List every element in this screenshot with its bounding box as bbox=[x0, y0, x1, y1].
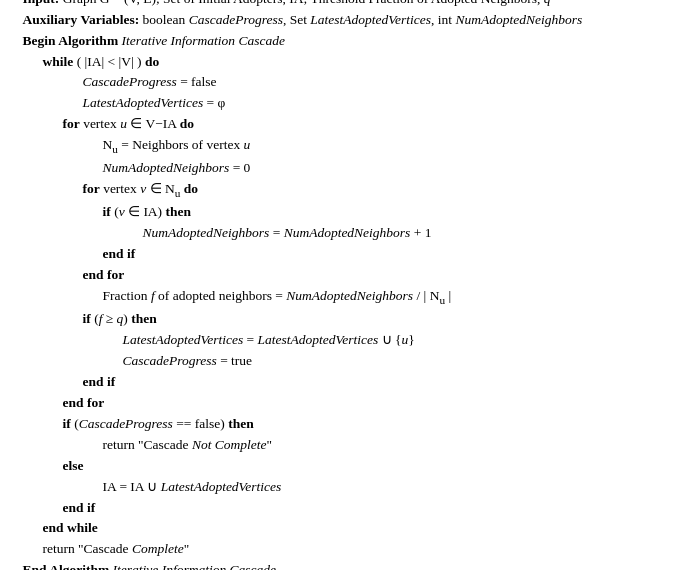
fraction-line: Fraction f of adopted neighbors = NumAdo… bbox=[23, 286, 663, 309]
latest-phi-assign: = φ bbox=[207, 95, 226, 110]
end-line: End Algorithm Iterative Information Casc… bbox=[23, 560, 663, 570]
auxiliary-text: boolean CascadeProgress, Set LatestAdopt… bbox=[143, 12, 583, 27]
auxiliary-line: Auxiliary Variables: boolean CascadeProg… bbox=[23, 10, 663, 31]
end-for-v-line: end for bbox=[23, 265, 663, 286]
cascade-progress-var: CascadeProgress bbox=[83, 74, 177, 89]
if-v-condition: (v ∈ IA) then bbox=[114, 204, 191, 219]
fraction-text: Fraction f of adopted neighbors = NumAdo… bbox=[103, 288, 452, 303]
input-text: Graph G = (V, E); Set of Initial Adopter… bbox=[63, 0, 551, 6]
if-v-line: if (v ∈ IA) then bbox=[23, 202, 663, 223]
cascade-false-line: CascadeProgress = false bbox=[23, 72, 663, 93]
if-cascade-condition: (CascadeProgress == false) then bbox=[74, 416, 254, 431]
cascade-true-var: CascadeProgress bbox=[123, 353, 217, 368]
end-if-cascade-keyword: end if bbox=[63, 500, 96, 515]
ia-update-line: IA = IA ∪ LatestAdoptedVertices bbox=[23, 477, 663, 498]
for-v-line: for vertex v ∈ Nu do bbox=[23, 179, 663, 202]
cascade-true-assign: = true bbox=[220, 353, 252, 368]
for-u-line: for vertex u ∈ V−IA do bbox=[23, 114, 663, 135]
begin-algo-name: Iterative Information Cascade bbox=[122, 33, 285, 48]
end-label: End Algorithm bbox=[23, 562, 110, 570]
else-keyword: else bbox=[63, 458, 84, 473]
algorithm-box: Input: Graph G = (V, E); Set of Initial … bbox=[13, 0, 673, 570]
end-while-keyword: end while bbox=[43, 520, 98, 535]
if-f-condition: (f ≥ q) then bbox=[94, 311, 157, 326]
cascade-true-line: CascadeProgress = true bbox=[23, 351, 663, 372]
end-algo-name: Iterative Information Cascade bbox=[113, 562, 276, 570]
num-adopted-var: NumAdoptedNeighbors bbox=[103, 160, 230, 175]
for-keyword-v: for bbox=[83, 181, 100, 196]
num-zero-assign: = 0 bbox=[233, 160, 251, 175]
nu-assign-line: Nu = Neighbors of vertex u bbox=[23, 135, 663, 158]
if-cascade-line: if (CascadeProgress == false) then bbox=[23, 414, 663, 435]
while-line: while ( |IA| < |V| ) do bbox=[23, 52, 663, 73]
num-adopted-plus-var: NumAdoptedNeighbors bbox=[143, 225, 270, 240]
for-keyword-u: for bbox=[63, 116, 80, 131]
end-if-cascade-line: end if bbox=[23, 498, 663, 519]
num-plus-line: NumAdoptedNeighbors = NumAdoptedNeighbor… bbox=[23, 223, 663, 244]
while-keyword: while bbox=[43, 54, 74, 69]
end-for-v-keyword: end for bbox=[83, 267, 125, 282]
if-keyword-v: if bbox=[103, 204, 111, 219]
num-plus-assign: = NumAdoptedNeighbors + 1 bbox=[273, 225, 432, 240]
return-complete-line: return "Cascade Complete" bbox=[23, 539, 663, 560]
return-complete-text: return "Cascade Complete" bbox=[43, 541, 190, 556]
latest-update-assign: = LatestAdoptedVertices ∪ {u} bbox=[247, 332, 415, 347]
auxiliary-label: Auxiliary Variables: bbox=[23, 12, 140, 27]
while-condition: ( |IA| < |V| ) do bbox=[77, 54, 160, 69]
for-u-condition: vertex u ∈ V−IA do bbox=[83, 116, 194, 131]
end-if-f-keyword: end if bbox=[83, 374, 116, 389]
latest-adopted-var: LatestAdoptedVertices bbox=[83, 95, 204, 110]
if-f-line: if (f ≥ q) then bbox=[23, 309, 663, 330]
latest-update-var: LatestAdoptedVertices bbox=[123, 332, 244, 347]
cascade-false-assign: = false bbox=[180, 74, 216, 89]
input-label: Input: bbox=[23, 0, 60, 6]
latest-phi-line: LatestAdoptedVertices = φ bbox=[23, 93, 663, 114]
begin-line: Begin Algorithm Iterative Information Ca… bbox=[23, 31, 663, 52]
input-line: Input: Graph G = (V, E); Set of Initial … bbox=[23, 0, 663, 10]
return-not-text: return "Cascade Not Complete" bbox=[103, 437, 273, 452]
end-if-inner-keyword: end if bbox=[103, 246, 136, 261]
else-line: else bbox=[23, 456, 663, 477]
latest-update-line: LatestAdoptedVertices = LatestAdoptedVer… bbox=[23, 330, 663, 351]
return-not-line: return "Cascade Not Complete" bbox=[23, 435, 663, 456]
end-if-f-line: end if bbox=[23, 372, 663, 393]
for-v-condition: vertex v ∈ Nu do bbox=[103, 181, 198, 196]
end-for-u-line: end for bbox=[23, 393, 663, 414]
num-zero-line: NumAdoptedNeighbors = 0 bbox=[23, 158, 663, 179]
nu-text: Nu = Neighbors of vertex u bbox=[103, 137, 251, 152]
end-if-inner-line: end if bbox=[23, 244, 663, 265]
begin-label: Begin Algorithm bbox=[23, 33, 119, 48]
if-keyword-cascade: if bbox=[63, 416, 71, 431]
end-for-u-keyword: end for bbox=[63, 395, 105, 410]
ia-update-text: IA = IA ∪ LatestAdoptedVertices bbox=[103, 479, 282, 494]
end-while-line: end while bbox=[23, 518, 663, 539]
if-keyword-f: if bbox=[83, 311, 91, 326]
